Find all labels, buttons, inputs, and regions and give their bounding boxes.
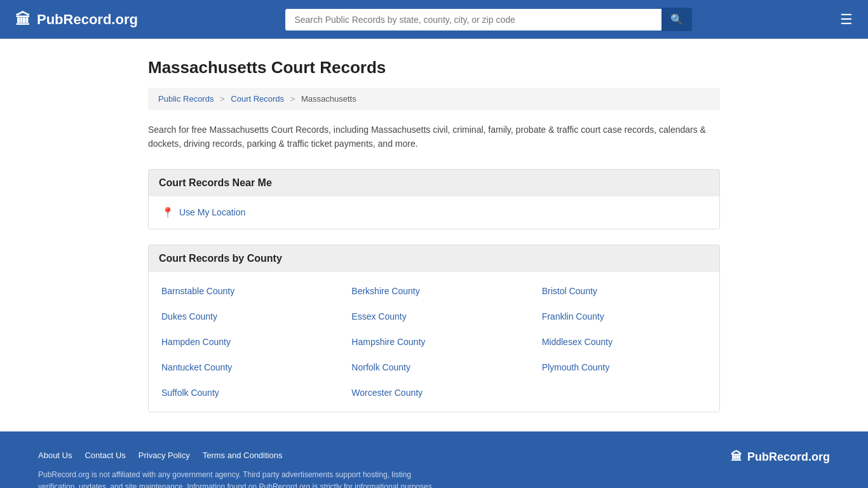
breadcrumb-court-records[interactable]: Court Records [231,94,284,104]
logo-icon: 🏛 [15,11,31,29]
main-content: Massachusetts Court Records Public Recor… [135,58,733,412]
county-link[interactable]: Franklin County [529,304,719,329]
page-title: Massachusetts Court Records [148,58,720,78]
county-section: Court Records by County Barnstable Count… [148,245,720,412]
footer-left: About UsContact UsPrivacy PolicyTerms an… [38,451,445,488]
footer-link[interactable]: Terms and Conditions [203,451,283,460]
county-link[interactable]: Essex County [339,304,529,329]
footer-link[interactable]: About Us [38,451,72,460]
breadcrumb-sep-1: > [220,94,225,104]
site-logo[interactable]: 🏛 PubRecord.org [15,11,138,29]
footer-link[interactable]: Contact Us [85,451,125,460]
footer-link[interactable]: Privacy Policy [139,451,190,460]
page-description: Search for free Massachusetts Court Reco… [148,123,720,151]
breadcrumb: Public Records > Court Records > Massach… [148,88,720,110]
county-grid: Barnstable CountyBerkshire CountyBristol… [149,272,719,412]
footer-logo-text: PubRecord.org [747,451,830,464]
county-link[interactable]: Bristol County [529,278,719,304]
search-bar: 🔍 [285,8,692,31]
county-link[interactable]: Norfolk County [339,355,529,380]
county-link[interactable]: Hampshire County [339,329,529,355]
search-input[interactable] [285,9,661,30]
county-link[interactable]: Berkshire County [339,278,529,304]
breadcrumb-current: Massachusetts [301,94,356,104]
county-link[interactable]: Hampden County [149,329,339,355]
county-link[interactable]: Dukes County [149,304,339,329]
county-link[interactable]: Worcester County [339,380,529,405]
search-button[interactable]: 🔍 [661,8,692,31]
breadcrumb-sep-2: > [290,94,295,104]
footer-links: About UsContact UsPrivacy PolicyTerms an… [38,451,445,460]
county-section-header: Court Records by County [149,245,719,272]
use-location-label: Use My Location [179,207,245,217]
county-link[interactable]: Plymouth County [529,355,719,380]
near-me-body: 📍 Use My Location [149,196,719,229]
county-link[interactable]: Nantucket County [149,355,339,380]
site-footer: About UsContact UsPrivacy PolicyTerms an… [0,431,868,488]
use-location-link[interactable]: 📍 Use My Location [161,207,707,219]
county-link[interactable]: Suffolk County [149,380,339,405]
county-link[interactable]: Middlesex County [529,329,719,355]
footer-disclaimer-1: PubRecord.org is not affiliated with any… [38,469,445,488]
county-link[interactable]: Barnstable County [149,278,339,304]
near-me-section: Court Records Near Me 📍 Use My Location [148,169,720,229]
near-me-header: Court Records Near Me [149,170,719,196]
site-header: 🏛 PubRecord.org 🔍 ☰ [0,0,868,39]
logo-text: PubRecord.org [37,11,138,28]
footer-logo-icon: 🏛 [731,451,742,464]
breadcrumb-public-records[interactable]: Public Records [158,94,214,104]
pin-icon: 📍 [161,207,174,219]
menu-button[interactable]: ☰ [840,11,853,28]
footer-logo: 🏛 PubRecord.org [731,451,830,464]
